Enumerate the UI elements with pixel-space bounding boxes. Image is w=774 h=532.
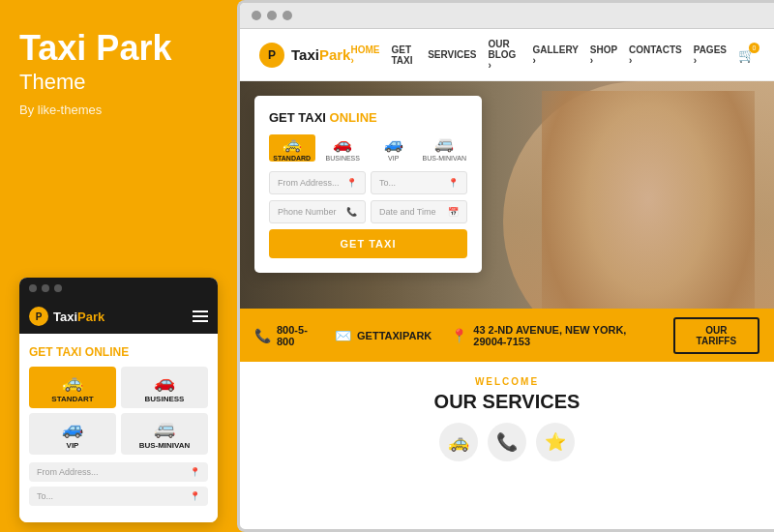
car-type-minivan[interactable]: 🚐 BUS-MINIVAN: [121, 413, 208, 455]
left-panel: Taxi Park Theme By like-themes themes P …: [0, 0, 237, 532]
brand-title: Taxi Park: [19, 29, 218, 68]
nav-blog[interactable]: OUR BLOG ›: [489, 39, 521, 71]
services-section: WELCOME OUR SERVICES 🚕 📞 ⭐: [240, 362, 774, 471]
browser-dot-3: [283, 11, 292, 20]
service-item-3: ⭐: [536, 423, 575, 461]
tariff-button[interactable]: OUR TARIFFS: [673, 317, 759, 354]
services-grid: 🚕 📞 ⭐: [259, 423, 755, 461]
browser-chrome: [240, 3, 774, 29]
hamburger-icon[interactable]: [193, 310, 208, 322]
hero-section: GET TAXI ONLINE 🚕STANDARD 🚗BUSINESS 🚙VIP…: [240, 81, 774, 362]
cart-icon[interactable]: 🛒0: [738, 47, 755, 63]
mobile-dot-2: [42, 284, 49, 292]
car-types: 🚕STANDARD 🚗BUSINESS 🚙VIP 🚐BUS-MINIVAN: [269, 134, 467, 162]
mobile-from-input[interactable]: From Address... 📍: [29, 462, 208, 482]
mobile-get-taxi-title: GET TAXI ONLINE: [29, 345, 208, 359]
phone-info: 📞 800-5-800: [254, 324, 315, 347]
nav-pages[interactable]: PAGES ›: [694, 44, 727, 66]
car-type-standard[interactable]: 🚕STANDARD: [269, 134, 315, 162]
address-row: From Address... 📍 To... 📍: [269, 171, 467, 194]
services-welcome: WELCOME: [259, 376, 755, 387]
mobile-logo: P TaxiPark: [29, 307, 104, 326]
car-type-bus-desk[interactable]: 🚐BUS-MINIVAN: [422, 134, 468, 162]
site-logo-icon: P: [259, 43, 284, 68]
from-address-input[interactable]: From Address... 📍: [269, 171, 366, 194]
site-logo: P TaxiPark: [259, 43, 350, 68]
booking-form: GET TAXI ONLINE 🚕STANDARD 🚗BUSINESS 🚙VIP…: [254, 96, 482, 273]
mobile-preview: P TaxiPark GET TAXI ONLINE 🚕 STANDART: [19, 278, 218, 522]
mobile-content: GET TAXI ONLINE 🚕 STANDART 🚗 BUSINESS 🚙 …: [19, 334, 218, 522]
mobile-dot-1: [29, 284, 37, 292]
site-logo-text: TaxiPark: [291, 46, 350, 63]
mobile-nav: P TaxiPark: [19, 299, 218, 334]
mobile-to-input[interactable]: To... 📍: [29, 487, 208, 506]
nav-shop[interactable]: SHOP ›: [590, 44, 617, 66]
service-item-2: 📞: [488, 423, 526, 461]
website-preview: P TaxiPark HOME › GET TAXI SERVICES OUR …: [240, 29, 774, 471]
mobile-logo-icon: P: [29, 307, 48, 326]
mobile-dot-3: [54, 284, 62, 292]
to-address-input[interactable]: To... 📍: [371, 171, 467, 194]
phone-icon: 📞: [254, 328, 271, 343]
phone-date-row: Phone Number 📞 Date and Time 📅: [269, 200, 467, 223]
mobile-logo-text: TaxiPark: [53, 310, 104, 324]
nav-get-taxi[interactable]: GET TAXI: [391, 44, 416, 66]
get-taxi-button[interactable]: GET TAXI: [269, 229, 467, 258]
service-icon-3: ⭐: [536, 423, 575, 461]
brand-subtitle: Theme: [19, 70, 218, 95]
car-type-vip[interactable]: 🚙 VIP: [29, 413, 116, 455]
browser-dot-1: [252, 11, 261, 20]
nav-services[interactable]: SERVICES: [428, 49, 476, 60]
mobile-car-grid: 🚕 STANDART 🚗 BUSINESS 🚙 VIP 🚐 BUS-MINIVA…: [29, 367, 208, 455]
address-info: 📍 43 2-ND AVENUE, NEW YORK, 29004-7153: [451, 324, 653, 347]
brand-byline: By like-themes: [19, 103, 218, 117]
service-icon-1: 🚕: [439, 423, 478, 461]
car-type-business[interactable]: 🚗 BUSINESS: [121, 367, 208, 408]
nav-home[interactable]: HOME ›: [350, 44, 379, 66]
booking-online: ONLINE: [330, 110, 377, 125]
email-icon: ✉️: [335, 328, 351, 343]
car-type-standart[interactable]: 🚕 STANDART: [29, 367, 116, 408]
location-icon: 📍: [451, 328, 467, 343]
booking-title: GET TAXI ONLINE: [269, 110, 467, 125]
services-title: OUR SERVICES: [259, 391, 755, 413]
taxi-strip: 📞 800-5-800 ✉️ GETTAXIPARK 📍 43 2-ND AVE…: [240, 309, 774, 362]
right-panel: P TaxiPark HOME › GET TAXI SERVICES OUR …: [237, 0, 774, 532]
site-nav: HOME › GET TAXI SERVICES OUR BLOG › GALL…: [350, 39, 755, 71]
car-type-business-desk[interactable]: 🚗BUSINESS: [320, 134, 367, 162]
browser-dot-2: [267, 11, 277, 20]
date-input[interactable]: Date and Time 📅: [371, 200, 467, 223]
car-type-vip-desk[interactable]: 🚙VIP: [371, 134, 417, 162]
mobile-top-bar: [19, 278, 218, 299]
nav-gallery[interactable]: GALLERY ›: [533, 44, 579, 66]
phone-input[interactable]: Phone Number 📞: [269, 200, 366, 223]
service-icon-2: 📞: [488, 423, 526, 461]
cart-badge: 0: [749, 43, 759, 53]
nav-contacts[interactable]: CONTACTS ›: [629, 44, 682, 66]
site-header: P TaxiPark HOME › GET TAXI SERVICES OUR …: [240, 29, 774, 81]
service-item-1: 🚕: [439, 423, 478, 461]
email-info: ✉️ GETTAXIPARK: [335, 328, 432, 343]
